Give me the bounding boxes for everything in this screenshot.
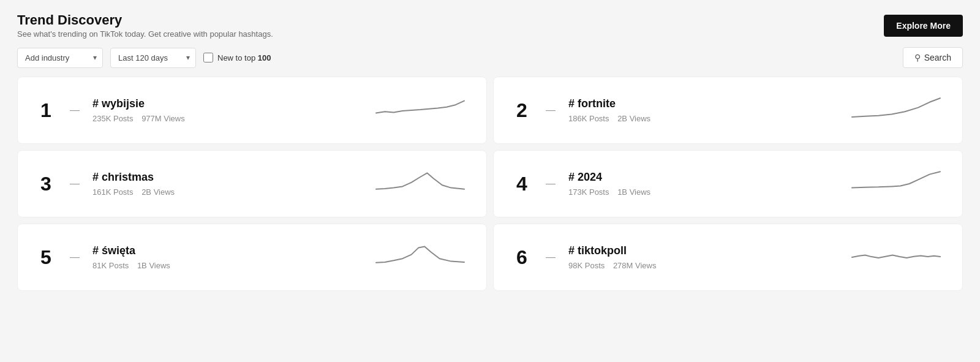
trend-stats: 161K Posts 2B Views xyxy=(92,187,359,197)
trend-stats: 173K Posts 1B Views xyxy=(568,187,835,197)
trend-change: — xyxy=(545,252,556,263)
trend-rank: 6 xyxy=(511,246,533,269)
trend-name: # święta xyxy=(92,244,359,257)
trend-chart xyxy=(371,239,469,276)
trend-views: 1B Views xyxy=(617,187,650,197)
trend-stats: 235K Posts 977M Views xyxy=(92,114,359,123)
filters-bar: Add industry Last 120 days New to top 10… xyxy=(0,47,980,77)
search-button[interactable]: ⚲ Search xyxy=(903,47,963,68)
days-select-wrapper: Last 120 days xyxy=(110,48,196,68)
trend-name: # 2024 xyxy=(568,171,835,184)
explore-more-button[interactable]: Explore More xyxy=(884,15,963,37)
industry-select-wrapper: Add industry xyxy=(17,48,103,68)
new-to-top-number: 100 xyxy=(258,53,271,62)
trend-rank: 5 xyxy=(35,246,57,269)
trend-views: 2B Views xyxy=(617,114,650,123)
trend-rank: 1 xyxy=(35,99,57,122)
trend-rank: 4 xyxy=(511,173,533,195)
trend-info: # fortnite 186K Posts 2B Views xyxy=(568,97,835,123)
trend-stats: 186K Posts 2B Views xyxy=(568,114,835,123)
trend-card[interactable]: 3 — # christmas 161K Posts 2B Views xyxy=(17,150,487,217)
trend-posts: 173K Posts xyxy=(568,187,609,197)
trend-posts: 235K Posts xyxy=(92,114,134,123)
trend-card[interactable]: 6 — # tiktokpoll 98K Posts 278M Views xyxy=(493,224,963,291)
trend-info: # tiktokpoll 98K Posts 278M Views xyxy=(568,244,835,270)
trend-card[interactable]: 5 — # święta 81K Posts 1B Views xyxy=(17,224,487,291)
trend-info: # święta 81K Posts 1B Views xyxy=(92,244,359,270)
trend-rank: 3 xyxy=(35,173,57,195)
trend-chart xyxy=(847,165,945,202)
trend-chart xyxy=(371,92,469,129)
trend-name: # tiktokpoll xyxy=(568,244,835,257)
trend-posts: 81K Posts xyxy=(92,261,129,270)
trend-rank: 2 xyxy=(511,99,533,122)
trend-stats: 98K Posts 278M Views xyxy=(568,261,835,270)
trend-name: # christmas xyxy=(92,171,359,184)
trend-change: — xyxy=(69,252,80,263)
trend-change: — xyxy=(69,178,80,189)
trend-change: — xyxy=(545,105,556,116)
trend-card[interactable]: 2 — # fortnite 186K Posts 2B Views xyxy=(493,77,963,144)
search-icon: ⚲ xyxy=(914,53,921,62)
trend-card[interactable]: 4 — # 2024 173K Posts 1B Views xyxy=(493,150,963,217)
trend-change: — xyxy=(69,105,80,116)
search-label: Search xyxy=(924,53,951,62)
trend-info: # wybijsie 235K Posts 977M Views xyxy=(92,97,359,123)
trend-stats: 81K Posts 1B Views xyxy=(92,261,359,270)
new-to-top-text: New to top 100 xyxy=(217,53,271,62)
trend-name: # wybijsie xyxy=(92,97,359,110)
trend-chart xyxy=(847,239,945,276)
trend-info: # christmas 161K Posts 2B Views xyxy=(92,171,359,197)
page-title: Trend Discovery xyxy=(17,12,273,28)
trend-info: # 2024 173K Posts 1B Views xyxy=(568,171,835,197)
header: Trend Discovery See what's trending on T… xyxy=(0,0,980,47)
trend-name: # fortnite xyxy=(568,97,835,110)
trend-views: 977M Views xyxy=(141,114,185,123)
header-left: Trend Discovery See what's trending on T… xyxy=(17,12,273,39)
trend-chart xyxy=(371,165,469,202)
trend-card[interactable]: 1 — # wybijsie 235K Posts 977M Views xyxy=(17,77,487,144)
trend-chart xyxy=(847,92,945,129)
days-select[interactable]: Last 120 days xyxy=(110,48,196,68)
new-to-top-checkbox-label[interactable]: New to top 100 xyxy=(203,53,271,62)
industry-select[interactable]: Add industry xyxy=(17,48,103,68)
page-subtitle: See what's trending on TikTok today. Get… xyxy=(17,29,273,39)
trend-grid: 1 — # wybijsie 235K Posts 977M Views 2 —… xyxy=(0,77,980,303)
new-to-top-checkbox[interactable] xyxy=(203,53,213,62)
trend-change: — xyxy=(545,178,556,189)
trend-views: 2B Views xyxy=(141,187,175,197)
trend-views: 1B Views xyxy=(137,261,170,270)
trend-posts: 161K Posts xyxy=(92,187,134,197)
trend-posts: 98K Posts xyxy=(568,261,605,270)
trend-views: 278M Views xyxy=(613,261,657,270)
trend-posts: 186K Posts xyxy=(568,114,609,123)
